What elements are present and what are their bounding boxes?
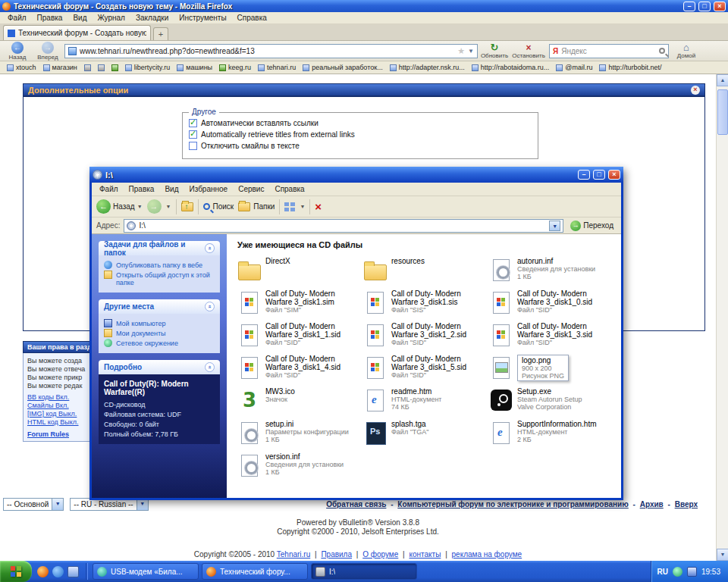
panel-header[interactable]: Другие места » [99, 299, 220, 314]
bookmark-item[interactable]: xtouch [5, 64, 39, 71]
menu-history[interactable]: Журнал [93, 13, 130, 23]
forward-button[interactable]: → [147, 199, 162, 214]
file-tile[interactable]: Call of Duty- Modern Warfare 3_disk1_1.s… [237, 322, 363, 355]
file-tile[interactable]: Call of Duty- Modern Warfare 3_disk1_3.s… [489, 322, 615, 355]
file-tile[interactable]: Call of Duty- Modern Warfare 3_disk1.sis… [363, 289, 489, 322]
minimize-button[interactable]: – [578, 170, 590, 180]
start-button[interactable] [0, 561, 32, 582]
scroll-up-icon[interactable]: ▲ [717, 74, 728, 86]
chevron-down-icon[interactable]: ▼ [300, 204, 305, 209]
up-folder-button[interactable]: ↑ [181, 202, 193, 211]
back-button[interactable]: ← Назад [4, 42, 31, 61]
tray-network-icon[interactable] [687, 567, 697, 577]
menu-bookmarks[interactable]: Закладки [131, 13, 173, 23]
bookmark-item[interactable]: http://rabotaidoma.ru... [469, 64, 552, 71]
address-field[interactable]: I:\ ▼ [124, 219, 563, 233]
file-tile[interactable]: Call of Duty- Modern Warfare 3_disk1_0.s… [489, 289, 615, 322]
about-link[interactable]: О форуме [362, 550, 398, 559]
taskbar-button-explorer[interactable]: I:\ [311, 563, 417, 580]
go-button[interactable]: → Переход [567, 221, 617, 231]
show-desktop-icon[interactable] [67, 566, 79, 577]
search-box[interactable]: Яндекс [549, 44, 669, 58]
menu-view[interactable]: Вид [68, 13, 91, 23]
chevron-up-icon[interactable]: » [205, 243, 215, 253]
file-tile[interactable]: splash.tga Файл "TGA" [363, 420, 489, 452]
bookmark-item[interactable]: keeg.ru [217, 64, 253, 71]
url-text[interactable]: www.tehnari.ru/newthread.php?do=newthrea… [80, 47, 454, 55]
taskbar-button-firefox[interactable]: Технический фору... [202, 563, 308, 580]
file-tile[interactable]: SupportInformation.htm HTML-документ 2 К… [489, 420, 615, 452]
contact-link[interactable]: Обратная связь [326, 500, 386, 508]
file-tile[interactable]: DirectX [237, 257, 363, 289]
checkbox-parse-links[interactable] [189, 119, 197, 127]
taskbar-button-usb-modem[interactable]: USB-модем «Била... [93, 563, 199, 580]
ie-icon[interactable] [52, 566, 64, 577]
home-button[interactable]: ⌂ Домой [672, 42, 701, 59]
file-tile[interactable]: Call of Duty- Modern Warfare 3_disk1_5.s… [363, 355, 489, 387]
publish-folder-link[interactable]: Опубликовать папку в вебе [104, 261, 215, 269]
menu-tools[interactable]: Инструменты [174, 13, 231, 23]
address-value[interactable]: I:\ [139, 221, 546, 230]
bookmark-item[interactable]: машины [174, 64, 215, 71]
back-button[interactable]: ← Назад ▼ [96, 199, 143, 214]
file-tile[interactable]: Call of Duty- Modern Warfare 3_disk1_2.s… [363, 322, 489, 355]
bookmark-item[interactable]: tehnari.ru [256, 64, 298, 71]
search-button[interactable]: Поиск [203, 202, 234, 211]
share-folder-link[interactable]: Открыть общий доступ к этой папке [104, 271, 215, 286]
new-tab-button[interactable]: + [153, 27, 168, 40]
close-button[interactable]: × [714, 2, 726, 11]
address-bar[interactable]: www.tehnari.ru/newthread.php?do=newthrea… [64, 44, 478, 58]
menu-help[interactable]: Справка [233, 13, 271, 23]
bookmark-item[interactable]: libertycity.ru [123, 64, 172, 71]
close-button[interactable]: × [608, 170, 620, 180]
delete-icon[interactable]: × [315, 201, 322, 212]
firefox-icon[interactable] [37, 566, 49, 577]
panel-header[interactable]: Подробно » [99, 360, 220, 374]
my-documents-link[interactable]: Мои документы [104, 330, 215, 337]
forward-button[interactable]: → Вперед [34, 42, 61, 61]
refresh-button[interactable]: ↻ Обновить [481, 42, 508, 59]
menu-tools[interactable]: Сервис [234, 184, 268, 194]
style-select[interactable]: -- Основной ▼ [3, 498, 64, 511]
stop-button[interactable]: × Остановить [511, 43, 546, 59]
scrollbar-thumb[interactable] [717, 89, 728, 135]
panel-header[interactable]: Задачи для файлов и папок » [99, 241, 220, 255]
scroll-down-icon[interactable]: ▼ [717, 549, 728, 561]
tehnari-link[interactable]: Tehnari.ru [277, 550, 310, 559]
top-link[interactable]: Вверх [675, 500, 698, 508]
rules-link[interactable]: Правила [321, 550, 352, 559]
network-link[interactable]: Сетевое окружение [104, 340, 215, 347]
file-tile[interactable]: Setup.exe Steam Autorun Setup Valve Corp… [489, 387, 615, 420]
bookmark-star-icon[interactable]: ★ [457, 46, 465, 56]
my-computer-link[interactable]: Мой компьютер [104, 320, 215, 327]
bookmark-item[interactable] [109, 64, 121, 71]
file-tile[interactable]: readme.htm HTML-документ 74 КБ [363, 387, 489, 420]
folders-button[interactable]: Папки [238, 202, 275, 211]
vertical-scrollbar[interactable]: ▲ ▼ [716, 74, 728, 561]
bookmark-item[interactable]: http://adapter.nsk.ru... [388, 64, 467, 71]
bookmark-item[interactable]: http://turbobit.net/ [597, 64, 664, 71]
minimize-button[interactable]: – [683, 2, 695, 11]
file-tile[interactable]: MW3.ico Значок [237, 387, 363, 420]
file-tile[interactable]: resources [363, 257, 489, 289]
chevron-up-icon[interactable]: » [205, 362, 215, 372]
archive-link[interactable]: Архив [640, 500, 664, 508]
chevron-down-icon[interactable]: ▼ [549, 221, 560, 231]
chevron-down-icon[interactable]: ▼ [166, 204, 171, 209]
bookmark-item[interactable]: магазин [41, 64, 80, 71]
checkbox-retrieve-titles[interactable] [189, 130, 197, 139]
file-tile-selected[interactable]: logo.png 900 x 200 Рисунок PNG [489, 355, 615, 387]
tray-shield-icon[interactable] [673, 567, 682, 577]
file-tile[interactable]: autorun.inf Сведения для установки 1 КБ [489, 257, 615, 289]
contacts-link[interactable]: контакты [409, 550, 441, 559]
menu-favorites[interactable]: Избранное [184, 184, 232, 194]
url-dropdown-icon[interactable]: ▼ [468, 48, 474, 55]
maximize-button[interactable]: □ [593, 170, 605, 180]
collapse-icon[interactable]: × [691, 86, 700, 95]
bookmark-item[interactable] [96, 64, 107, 71]
checkbox-disable-smilies[interactable] [189, 142, 197, 150]
menu-file[interactable]: Файл [95, 184, 123, 194]
menu-view[interactable]: Вид [160, 184, 183, 194]
menu-help[interactable]: Справка [270, 184, 309, 194]
file-tile[interactable]: setup.ini Параметры конфигурации 1 КБ [237, 420, 363, 452]
